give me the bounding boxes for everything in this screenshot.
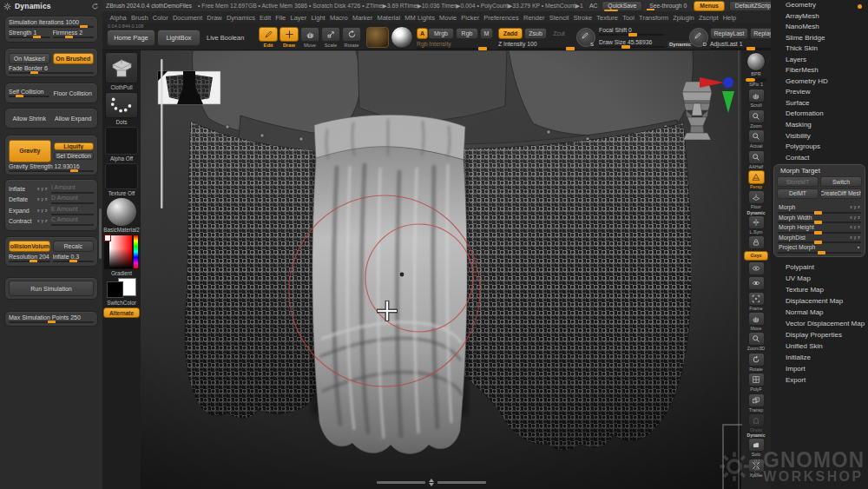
hue-bar[interactable] — [134, 235, 138, 268]
max-simulation-points-slider[interactable]: Max Simulation Points 250 — [9, 314, 94, 323]
subpalette-item[interactable]: Geometry — [771, 0, 868, 11]
morph-slider-axis[interactable]: ● — [858, 244, 860, 251]
store-mt-button[interactable]: StoreMT — [777, 176, 819, 187]
morph-slider[interactable]: MorphDist x y z — [778, 235, 861, 244]
run-simulation-button[interactable]: Run Simulation — [9, 281, 94, 296]
lightbox-button[interactable]: LightBox — [157, 30, 201, 46]
subpalette-item[interactable]: Polygroups — [771, 142, 868, 153]
material-sphere[interactable] — [391, 26, 413, 49]
solo-button[interactable]: Dynamic Solo — [747, 433, 766, 457]
menu-item[interactable]: Zscript — [696, 14, 720, 22]
amount-row-label[interactable]: Inflate — [9, 186, 35, 192]
subpalette-item[interactable]: Import — [771, 363, 868, 374]
live-boolean-button[interactable]: Live Boolean — [207, 34, 244, 42]
menu-item[interactable]: Transform — [637, 14, 671, 22]
current-stroke-thumbnail[interactable] — [105, 92, 138, 118]
liquify-button[interactable]: Liquify — [54, 142, 95, 150]
refresh-icon[interactable] — [91, 3, 99, 10]
floor-button[interactable]: Floor — [748, 190, 765, 209]
current-material-chip[interactable] — [366, 27, 389, 48]
mrgb-button[interactable]: Mrgb — [428, 28, 454, 39]
spix-slider[interactable] — [746, 78, 766, 82]
draw-size-slider[interactable]: Draw Size 45.58936 — [599, 39, 665, 48]
subpalette-item[interactable]: Geometry HD — [771, 76, 868, 88]
alternate-button[interactable]: Alternate — [103, 307, 140, 318]
floor-collision-button[interactable]: Floor Collision — [52, 88, 95, 99]
current-alpha-thumbnail[interactable] — [105, 127, 138, 155]
simulation-iterations-slider[interactable]: Simulation Iterations 1000 — [9, 19, 94, 28]
subpalette-item[interactable]: Initialize — [771, 352, 868, 363]
rgb-button[interactable]: Rgb — [456, 28, 478, 39]
subpalette-item[interactable]: Deformation — [771, 109, 868, 120]
edit-mode-button[interactable]: Edit — [259, 27, 278, 48]
menu-item[interactable]: Stroke — [571, 14, 595, 22]
morph-slider[interactable]: Morph Width x y z — [778, 215, 861, 224]
menu-item[interactable]: Dynamics — [224, 14, 257, 22]
left-tray-scrollbar[interactable] — [99, 208, 102, 259]
tray-divider-handle[interactable] — [377, 479, 486, 486]
subpalette-item[interactable]: Export — [771, 374, 868, 386]
on-brushed-button[interactable]: On Brushed — [53, 53, 95, 64]
menu-item[interactable]: Picker — [459, 14, 482, 22]
subpalette-item[interactable]: Unified Skin — [771, 340, 868, 352]
replay-last-button[interactable]: ReplayLast — [710, 28, 748, 39]
morph-slider[interactable]: Morph x y z — [778, 204, 861, 214]
subpalette-item[interactable]: Displacement Map — [771, 295, 868, 307]
quicksave-button[interactable]: QuickSave — [602, 1, 642, 11]
menu-item[interactable]: Alpha — [108, 14, 128, 22]
main-color-swatch[interactable] — [107, 281, 123, 298]
zoom3d-button[interactable]: Zoom3D — [747, 332, 765, 351]
subpalette-item[interactable]: Surface — [771, 98, 868, 109]
subpalette-item[interactable]: Polypaint — [771, 261, 868, 273]
subpalette-item[interactable]: Normal Map — [771, 307, 868, 318]
on-masked-button[interactable]: On Masked — [9, 53, 50, 64]
move-mode-button[interactable]: Move — [300, 27, 319, 48]
rotate-mode-button[interactable]: Rotate — [342, 27, 361, 48]
gravity-button[interactable]: Gravity — [9, 140, 51, 162]
self-collision-slider[interactable]: Self Collision — [9, 89, 49, 97]
subpalette-item[interactable]: Masking — [771, 120, 868, 131]
allow-shrink-button[interactable]: Allow Shrink — [9, 113, 50, 124]
subpalette-item[interactable]: ArrayMesh — [771, 11, 868, 23]
morph-slider-axis[interactable]: x y z — [850, 235, 860, 241]
resolution-slider[interactable]: Resolution 204 — [9, 254, 50, 262]
subpalette-item[interactable]: Visibility — [771, 131, 868, 142]
morph-slider[interactable]: Project Morph ● — [778, 244, 861, 254]
cv-inflate-slider[interactable]: Inflate 0.3 — [53, 254, 95, 262]
amount-slider[interactable]: C Amount — [51, 216, 94, 226]
allow-expand-button[interactable]: Allow Expand — [53, 113, 95, 124]
ghost-button[interactable]: Ghost — [748, 413, 765, 433]
current-material-thumbnail[interactable] — [107, 198, 136, 226]
menu-item[interactable]: Movie — [437, 14, 459, 22]
move-button[interactable]: Move — [748, 312, 765, 331]
amount-row-label[interactable]: Contract — [9, 218, 35, 224]
fade-border-slider[interactable]: Fade Border 6 — [9, 65, 94, 74]
firmness-slider[interactable]: Firmness 2 — [53, 30, 95, 38]
collision-volume-button[interactable]: CollisionVolume — [9, 241, 50, 252]
gxyz-button[interactable]: Gxyz — [744, 251, 768, 261]
amount-slider[interactable]: I Amount — [51, 184, 94, 194]
strength-slider[interactable]: Strength 1 — [9, 30, 50, 38]
eye-button[interactable] — [748, 261, 765, 275]
gravity-strength-slider[interactable]: Gravity Strength 12.93016 — [9, 163, 94, 172]
subpalette-item[interactable]: NanoMesh — [771, 22, 868, 33]
menu-item[interactable]: File — [273, 14, 288, 22]
m-button[interactable]: M — [480, 28, 493, 39]
bpr-render-button[interactable] — [746, 52, 766, 71]
lock-button[interactable] — [748, 235, 765, 249]
recalc-button[interactable]: Recalc — [53, 241, 95, 252]
menu-item[interactable]: Color — [150, 14, 170, 22]
menu-item[interactable]: Document — [170, 14, 204, 22]
creatediff-mesh-button[interactable]: CreateDiff Mesh — [820, 188, 862, 199]
menu-item[interactable]: Brush — [128, 14, 150, 22]
xpose-button[interactable]: Xpose — [748, 459, 765, 478]
subpalette-item[interactable]: UV Map — [771, 273, 868, 284]
subpalette-item[interactable]: FiberMesh — [771, 65, 868, 76]
subpalette-item[interactable]: Display Properties — [771, 329, 868, 340]
stroke-dial[interactable]: S — [576, 28, 595, 47]
subpalette-item[interactable]: Thick Skin — [771, 43, 868, 55]
scroll-button[interactable]: Scroll — [748, 89, 765, 108]
viewport-canvas[interactable] — [141, 50, 741, 489]
axis-toggle[interactable]: x y z — [37, 197, 49, 202]
subpalette-item[interactable]: Slime Bridge — [771, 33, 868, 44]
